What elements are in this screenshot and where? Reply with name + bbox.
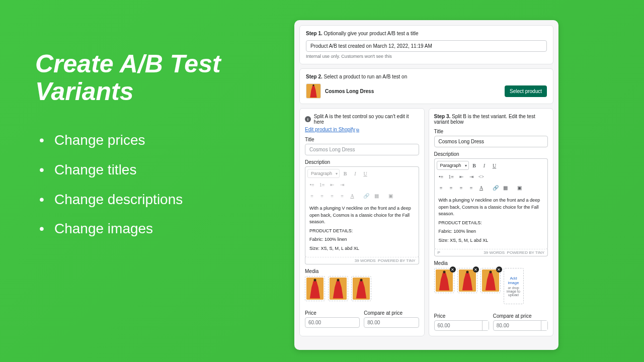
split-a-price-input: [305, 317, 360, 328]
promo-panel: Create A/B Test Variants Change prices C…: [35, 50, 277, 244]
bold-icon[interactable]: B: [470, 161, 479, 170]
split-a-title-input: [305, 144, 419, 155]
align-justify-icon[interactable]: ≡: [467, 183, 476, 192]
promo-bullet: Change prices: [35, 126, 277, 155]
price-label: Price: [434, 313, 489, 319]
underline-icon[interactable]: U: [490, 161, 499, 170]
align-center-icon: ≡: [317, 191, 327, 200]
promo-bullet: Change titles: [35, 155, 277, 185]
italic-icon[interactable]: I: [480, 161, 489, 170]
test-title-input[interactable]: [306, 40, 547, 52]
bullet-list-icon: •≡: [307, 180, 316, 189]
media-thumbnail[interactable]: ✕: [480, 268, 501, 293]
outdent-icon: ⇤: [328, 180, 337, 189]
promo-heading: Create A/B Test Variants: [35, 50, 277, 106]
align-justify-icon: ≡: [338, 191, 347, 200]
media-thumbnail: [305, 276, 325, 301]
split-a-info: Split A is the test control so you can't…: [314, 114, 419, 125]
split-b-editor[interactable]: With a plunging V neckline on the front …: [434, 194, 548, 249]
description-label: Description: [305, 159, 419, 165]
info-icon: i: [305, 116, 311, 122]
add-image-button[interactable]: Add image or drop image to upload: [504, 268, 524, 304]
select-product-button[interactable]: Select product: [505, 85, 547, 97]
media-label: Media: [434, 260, 548, 266]
title-label: Title: [305, 137, 419, 142]
image-icon: ▣: [386, 191, 395, 200]
step1-hint: Internal use only. Customers won't see t…: [306, 54, 547, 59]
indent-icon[interactable]: ⇥: [467, 172, 476, 181]
edit-in-shopify-link[interactable]: Edit product in Shopify⧉: [305, 127, 359, 132]
text-color-icon: A: [348, 191, 357, 200]
split-b-title-input[interactable]: [434, 136, 548, 147]
split-b-compare-input[interactable]: [493, 320, 548, 331]
media-label: Media: [305, 268, 419, 274]
step1-text: Optionally give your product A/B test a …: [324, 31, 419, 36]
title-label: Title: [434, 129, 548, 134]
step2-text: Select a product to run an A/B test on: [324, 74, 408, 79]
promo-bullet: Change images: [35, 214, 277, 244]
bold-icon: B: [341, 169, 350, 178]
link-icon: 🔗: [362, 191, 371, 200]
align-right-icon: ≡: [328, 191, 337, 200]
align-left-icon[interactable]: ≡: [437, 183, 446, 192]
compare-price-label: Compare at price: [493, 313, 548, 319]
link-icon[interactable]: 🔗: [491, 183, 500, 192]
external-link-icon: ⧉: [356, 128, 359, 132]
paragraph-select[interactable]: Paragraph: [437, 161, 469, 170]
step2-label: Step 2.: [306, 74, 323, 79]
italic-icon: I: [351, 169, 360, 178]
split-a-compare-input: [364, 317, 419, 328]
underline-icon: U: [361, 169, 370, 178]
product-thumbnail: [306, 83, 321, 99]
step1-label: Step 1.: [306, 31, 323, 36]
number-list-icon: 1≡: [317, 180, 327, 189]
bullet-list-icon[interactable]: •≡: [437, 172, 446, 181]
step2-card: Step 2. Select a product to run an A/B t…: [299, 68, 553, 104]
app-panel: Step 1. Optionally give your product A/B…: [294, 20, 558, 350]
step1-card: Step 1. Optionally give your product A/B…: [299, 25, 553, 64]
promo-bullet: Change descriptions: [35, 185, 277, 215]
code-icon[interactable]: <>: [477, 172, 486, 181]
outdent-icon[interactable]: ⇤: [457, 172, 466, 181]
paragraph-select: Paragraph: [307, 169, 340, 178]
align-left-icon: ≡: [307, 191, 316, 200]
step3-label: Step 3.: [434, 114, 451, 119]
image-icon[interactable]: ▣: [515, 183, 524, 192]
split-b-column: Step 3. Split B is the test variant. Edi…: [429, 108, 554, 336]
media-thumbnail[interactable]: ✕: [457, 268, 477, 293]
remove-image-icon[interactable]: ✕: [473, 266, 479, 273]
indent-icon: ⇥: [338, 180, 347, 189]
product-name: Cosmos Long Dress: [325, 88, 374, 94]
align-center-icon[interactable]: ≡: [447, 183, 456, 192]
number-list-icon[interactable]: 1≡: [447, 172, 456, 181]
split-a-column: i Split A is the test control so you can…: [299, 108, 425, 336]
split-a-toolbar: Paragraph B I U •≡ 1≡ ⇤ ⇥ ≡ ≡ ≡ ≡ A 🔗: [305, 166, 419, 202]
text-color-icon[interactable]: A: [477, 183, 486, 192]
split-a-editor: With a plunging V neckline on the front …: [305, 202, 419, 257]
remove-image-icon[interactable]: ✕: [450, 266, 456, 273]
split-b-price-input[interactable]: [434, 320, 489, 331]
media-thumbnail[interactable]: ✕: [434, 268, 454, 293]
media-thumbnail: [328, 276, 348, 301]
align-right-icon[interactable]: ≡: [457, 183, 466, 192]
price-label: Price: [305, 310, 360, 316]
table-icon[interactable]: ▦: [501, 183, 510, 192]
media-thumbnail: [351, 276, 371, 301]
table-icon: ▦: [372, 191, 381, 200]
description-label: Description: [434, 151, 548, 157]
split-b-toolbar: Paragraph B I U •≡ 1≡ ⇤ ⇥ <> ≡ ≡ ≡ ≡ A: [434, 158, 548, 194]
remove-image-icon[interactable]: ✕: [496, 266, 502, 273]
compare-price-label: Compare at price: [364, 310, 419, 316]
